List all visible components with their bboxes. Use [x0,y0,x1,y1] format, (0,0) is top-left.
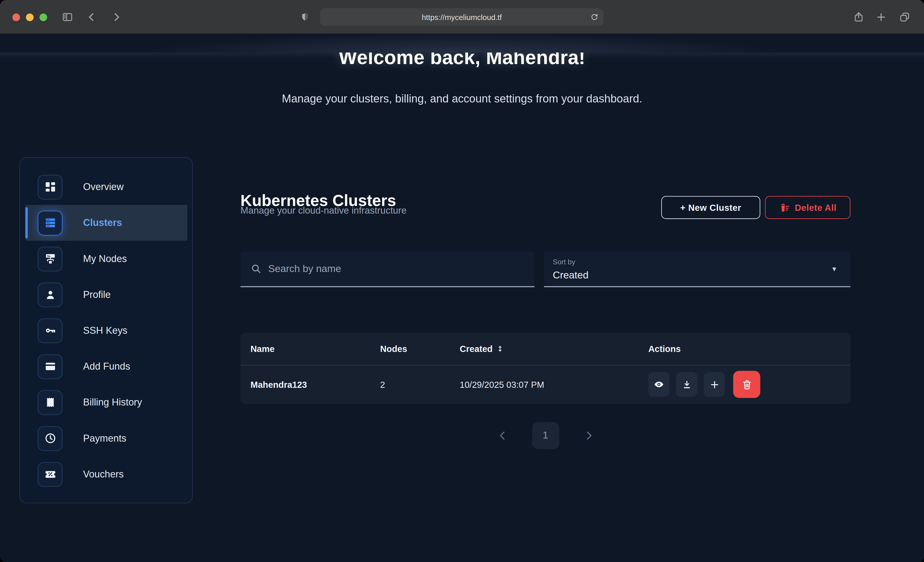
sidebar-item-label: Add Funds [83,361,130,372]
sidebar-item-icon-tile [38,175,63,199]
tab-overview-icon[interactable] [899,11,910,23]
sidebar-item-vouchers[interactable]: Vouchers [20,456,192,492]
sidebar-item-icon-tile [38,282,63,307]
node-tree-icon [44,253,56,265]
credit-card-icon [44,360,56,372]
sidebar-item-label: Payments [83,433,126,444]
delete-sweep-icon [779,202,790,213]
hero-glow [0,34,924,52]
trash-icon [741,379,752,390]
sidebar-item-my-nodes[interactable]: My Nodes [20,241,192,277]
sidebar: Overview Clusters My Nodes Profile [20,157,193,503]
sidebar-item-icon-tile [38,426,63,451]
table-body: Mahendra123 2 10/29/2025 03:07 PM [240,366,850,403]
sidebar-item-icon-tile [38,354,63,379]
add-node-button[interactable] [704,372,725,397]
table-row: Mahendra123 2 10/29/2025 03:07 PM [240,366,850,403]
sort-select[interactable]: Sort by Created ▼ [544,251,850,287]
sidebar-item-label: Overview [83,181,124,193]
share-icon[interactable] [853,11,864,23]
chevron-down-icon: ▼ [831,265,838,272]
sort-label: Sort by [553,258,575,266]
cluster-created-cell: 10/29/2025 03:07 PM [460,380,648,389]
sidebar-item-icon-tile [38,462,63,487]
servers-icon [44,217,56,229]
sidebar-item-billing-history[interactable]: Billing History [20,384,192,420]
sidebar-item-profile[interactable]: Profile [20,277,192,312]
ticket-icon [44,468,56,480]
delete-all-button[interactable]: Delete All [765,196,850,219]
hero-heading-clip: Welcome back, Mahendra! [0,52,924,76]
column-header-name: Name [250,344,380,354]
sidebar-item-overview[interactable]: Overview [20,169,192,205]
sidebar-item-label: Vouchers [83,468,124,480]
search-icon [250,263,262,274]
sidebar-item-label: Clusters [83,217,122,229]
search-placeholder: Search by name [268,263,341,275]
clock-icon [44,432,56,444]
column-header-actions: Actions [648,344,850,354]
zoom-window-button[interactable] [39,13,47,21]
download-icon [682,380,692,389]
new-tab-icon[interactable] [876,12,886,22]
url-text: https://myceliumcloud.tf [422,13,502,21]
sidebar-item-ssh-keys[interactable]: SSH Keys [20,312,192,348]
sidebar-item-icon-tile [38,247,63,271]
privacy-shield-icon[interactable] [300,11,310,22]
sidebar-item-label: SSH Keys [83,325,128,336]
page-title: Welcome back, Mahendra! [0,52,924,67]
chevron-right-icon [583,430,594,442]
browser-window: https://myceliumcloud.tf Welcome back, M… [0,0,924,562]
receipt-icon [44,396,56,408]
row-actions [648,371,850,398]
sort-updown-icon [496,345,504,353]
cluster-name-cell: Mahendra123 [250,380,380,389]
eye-icon [654,379,664,390]
delete-cluster-button[interactable] [733,371,760,398]
address-bar[interactable]: https://myceliumcloud.tf [320,8,603,26]
next-page-button[interactable] [583,430,594,442]
new-cluster-button[interactable]: + New Cluster [661,196,760,219]
table-header-row: Name Nodes Created Actions [240,332,850,366]
key-icon [44,324,56,336]
grid-icon [44,181,56,193]
page-content: Welcome back, Mahendra! Manage your clus… [0,34,924,562]
close-window-button[interactable] [12,13,20,21]
search-input[interactable]: Search by name [240,251,535,287]
forward-icon[interactable] [111,11,122,22]
page-subtitle: Manage your clusters, billing, and accou… [0,93,924,106]
pagination: 1 [240,422,850,449]
sidebar-item-clusters[interactable]: Clusters [26,205,188,241]
cluster-nodes-cell: 2 [380,380,460,389]
view-cluster-button[interactable] [648,372,670,397]
sidebar-item-label: My Nodes [83,253,127,265]
previous-page-button[interactable] [496,430,508,442]
sidebar-item-label: Billing History [83,397,142,408]
section-subtitle: Manage your cloud-native infrastructure [240,205,407,216]
sidebar-item-add-funds[interactable]: Add Funds [20,348,192,384]
page-number-button[interactable]: 1 [532,422,559,449]
browser-toolbar: https://myceliumcloud.tf [0,0,924,34]
plus-icon [710,380,719,389]
sidebar-item-payments[interactable]: Payments [20,420,192,456]
sort-value: Created [553,270,588,281]
screen: https://myceliumcloud.tf Welcome back, M… [0,0,924,562]
clusters-table: Name Nodes Created Actions Mahendra123 2… [240,332,850,404]
column-header-nodes: Nodes [380,344,460,354]
person-icon [44,288,56,301]
minimize-window-button[interactable] [26,13,34,21]
download-kubeconfig-button[interactable] [676,372,697,397]
chevron-left-icon [496,430,508,442]
column-header-created[interactable]: Created [460,344,648,354]
sidebar-item-icon-tile [38,318,63,343]
back-icon[interactable] [86,11,98,22]
sidebar-toggle-icon[interactable] [62,11,73,22]
refresh-icon[interactable] [590,13,598,21]
sidebar-item-label: Profile [83,289,111,300]
sidebar-item-icon-tile [38,390,63,415]
sidebar-item-icon-tile [38,211,63,235]
